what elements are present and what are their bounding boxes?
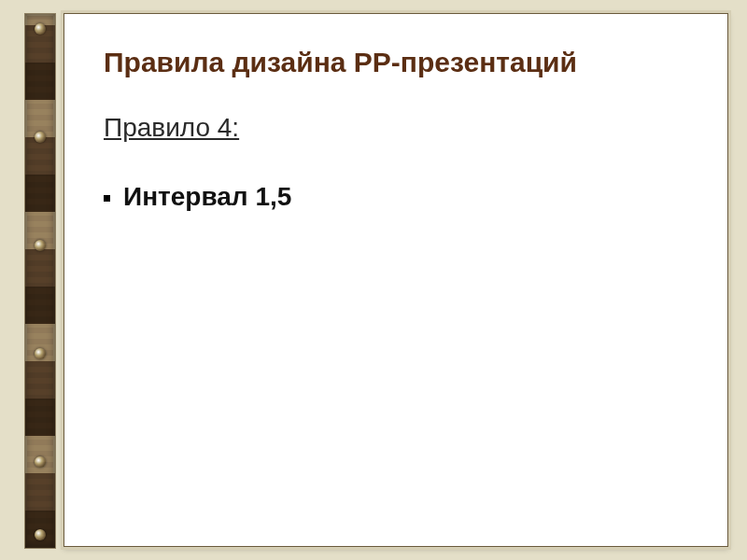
stud-icon bbox=[35, 240, 46, 251]
bullet-text: Интервал 1,5 bbox=[123, 182, 291, 212]
stud-icon bbox=[35, 529, 46, 540]
slide-body: Правила дизайна PP-презентаций Правило 4… bbox=[63, 13, 728, 547]
decorative-left-strip bbox=[24, 13, 56, 549]
stud-icon bbox=[35, 456, 46, 468]
slide-background: Правила дизайна PP-презентаций Правило 4… bbox=[0, 0, 747, 560]
bullet-icon bbox=[104, 195, 110, 202]
slide-title: Правила дизайна PP-презентаций bbox=[104, 46, 688, 79]
bullet-item: Интервал 1,5 bbox=[104, 182, 688, 212]
stud-icon bbox=[35, 132, 46, 143]
stud-icon bbox=[35, 348, 46, 359]
slide-subtitle: Правило 4: bbox=[104, 113, 688, 143]
stud-icon bbox=[35, 23, 46, 35]
